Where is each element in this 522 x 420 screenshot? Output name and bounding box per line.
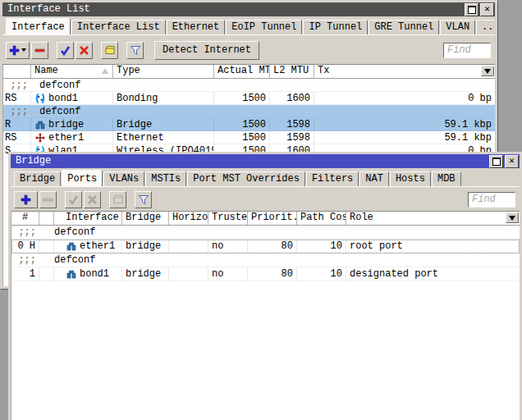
tab-interface[interactable]: Interface: [6, 18, 71, 35]
interface-list-tabstrip: Interface Interface List Ethernet EoIP T…: [2, 16, 495, 35]
tab-more[interactable]: ...: [476, 20, 495, 34]
column-selector-button[interactable]: [481, 66, 494, 76]
tab-ports[interactable]: Ports: [62, 170, 103, 187]
table-row-bridge[interactable]: R bridge Bridge 1500 1598 59.1 kbp: [3, 118, 495, 131]
column-tx[interactable]: Tx: [314, 65, 495, 78]
tab-eoip-tunnel[interactable]: EoIP Tunnel: [226, 20, 302, 34]
comment-button[interactable]: [101, 42, 118, 59]
table-row-ether1[interactable]: RS ether1 Ethernet 1500 1598 59.1 kbp: [3, 131, 495, 144]
comment-button-disabled[interactable]: [109, 191, 126, 208]
row-horizon: [169, 267, 208, 281]
column-role[interactable]: Role: [346, 212, 520, 225]
close-button[interactable]: ✕: [505, 155, 519, 168]
find-input[interactable]: Find: [468, 192, 515, 208]
row-flags: RS: [3, 131, 31, 144]
row-role: root port: [346, 240, 520, 253]
tab-gre-tunnel[interactable]: GRE Tunnel: [369, 20, 439, 34]
column-interface[interactable]: Interface: [54, 212, 122, 225]
tab-vlans[interactable]: VLANs: [103, 171, 144, 186]
disable-button[interactable]: [76, 42, 93, 59]
column-actual-mtu[interactable]: Actual MTU: [214, 65, 270, 78]
comment-text: defconf: [36, 79, 495, 91]
disable-port-button-disabled[interactable]: [84, 191, 101, 208]
port-icon: [66, 241, 77, 251]
column-type[interactable]: Type: [113, 65, 214, 78]
filter-button[interactable]: [135, 191, 152, 208]
bridge-port-row-ether1[interactable]: 0 H ether1 bridge no 80 10 root port: [11, 240, 520, 253]
column-selector-button[interactable]: [506, 212, 519, 223]
comment-row[interactable]: ;;; defconf: [3, 79, 495, 92]
tab-interface-list[interactable]: Interface List: [71, 20, 166, 34]
tab-ip-tunnel[interactable]: IP Tunnel: [303, 20, 368, 34]
comment-row[interactable]: ;;; defconf: [11, 226, 520, 240]
remove-button[interactable]: [31, 42, 48, 59]
bonding-icon: [34, 94, 46, 103]
sort-ascending-icon: [102, 68, 108, 74]
bridge-ports-table: # Interface Bridge Horizon Trusted Prior…: [11, 211, 520, 420]
enable-button[interactable]: [57, 42, 74, 59]
tab-vlan[interactable]: VLAN: [440, 20, 475, 34]
port-icon: [66, 269, 77, 279]
bridge-titlebar[interactable]: Bridge ✕: [11, 154, 520, 168]
enable-port-button-disabled[interactable]: [65, 191, 82, 208]
tab-mstis[interactable]: MSTIs: [145, 171, 186, 186]
cross-icon: [79, 45, 89, 56]
maximize-button[interactable]: [465, 3, 478, 16]
column-name[interactable]: Name: [31, 65, 113, 78]
column-path-cost[interactable]: Path Cost: [297, 212, 346, 225]
row-horizon: [169, 240, 208, 253]
row-spacer: [39, 267, 54, 281]
tab-nat[interactable]: NAT: [359, 171, 389, 186]
tab-bridge[interactable]: Bridge: [14, 171, 61, 186]
cross-icon: [87, 194, 98, 205]
column-bridge[interactable]: Bridge: [122, 212, 169, 225]
column-horizon[interactable]: Horizon: [169, 212, 208, 225]
comment-icon: [112, 194, 124, 205]
close-icon: ✕: [509, 157, 515, 166]
add-port-button[interactable]: [14, 191, 38, 208]
column-flags[interactable]: [3, 65, 31, 78]
tab-ethernet[interactable]: Ethernet: [167, 20, 226, 34]
column-priority[interactable]: Priorit...: [248, 212, 297, 225]
table-row-bond1[interactable]: RS bond1 Bonding 1500 1600 0 bp: [3, 92, 495, 105]
maximize-button[interactable]: [489, 155, 503, 168]
ethernet-icon: [34, 133, 46, 143]
filter-icon: [130, 45, 141, 56]
bridge-window: Bridge ✕ Bridge Ports VLANs MSTIs Port M…: [8, 152, 522, 420]
bridge-toolbar: Find: [11, 187, 520, 212]
plus-icon: [9, 45, 20, 56]
bridge-port-row-bond1[interactable]: 1 bond1 bridge no 80 10 designated port: [11, 267, 520, 281]
row-actual-mtu: 1500: [214, 92, 270, 104]
column-trusted[interactable]: Trusted: [208, 212, 248, 225]
row-actual-mtu: 1500: [214, 131, 270, 144]
column-icon[interactable]: [39, 212, 54, 225]
minus-icon: [43, 194, 53, 205]
row-type: Bridge: [113, 118, 214, 130]
comment-row[interactable]: ;;; defconf: [11, 253, 520, 267]
column-l2-mtu[interactable]: L2 MTU: [270, 65, 314, 78]
interface-list-titlebar[interactable]: Interface List ✕: [2, 2, 495, 16]
remove-port-button-disabled[interactable]: [39, 191, 57, 208]
row-interface: bond1: [54, 267, 122, 281]
row-tx: 0 bp: [314, 92, 495, 104]
column-number[interactable]: #: [11, 212, 39, 225]
detect-internet-button[interactable]: Detect Internet: [154, 41, 259, 60]
add-button[interactable]: [6, 42, 30, 59]
find-input[interactable]: Find: [443, 43, 491, 58]
comment-row[interactable]: ;;; defconf: [3, 105, 495, 118]
tab-port-mst-overrides[interactable]: Port MST Overrides: [187, 171, 305, 186]
row-flags: RS: [3, 92, 31, 104]
bridge-window-title: Bridge: [16, 154, 488, 168]
filter-button[interactable]: [126, 42, 144, 59]
comment-marker: ;;;: [3, 79, 31, 91]
close-button[interactable]: ✕: [480, 3, 494, 16]
tab-filters[interactable]: Filters: [306, 171, 359, 186]
row-path-cost: 10: [297, 240, 346, 253]
row-tx: 59.1 kbp: [314, 131, 495, 144]
tab-hosts[interactable]: Hosts: [390, 171, 431, 186]
row-flags: R: [3, 118, 31, 130]
tab-mdb[interactable]: MDB: [432, 171, 461, 186]
row-priority: 80: [248, 240, 297, 253]
comment-text: defconf: [51, 226, 520, 239]
row-name: ether1: [31, 131, 113, 144]
